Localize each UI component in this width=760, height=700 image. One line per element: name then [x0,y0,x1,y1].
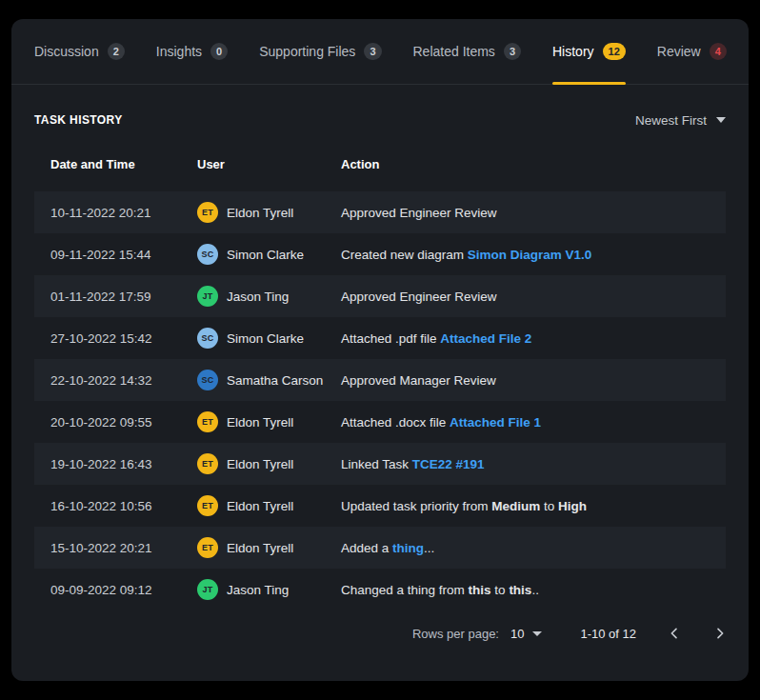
tab-discussion[interactable]: Discussion2 [34,19,125,84]
action-text: Updated task priority from [341,499,491,513]
action-text: this [509,583,531,597]
tab-supporting-files[interactable]: Supporting Files3 [259,19,381,84]
column-header-user: User [197,157,341,171]
avatar: SC [197,244,218,265]
sort-label: Newest First [635,113,707,128]
tab-count-badge: 12 [603,43,626,60]
avatar: SC [197,370,218,390]
datetime-cell: 01-11-2022 17:59 [50,290,197,304]
tab-count-badge: 3 [364,43,381,60]
user-name: Simon Clarke [227,248,304,262]
user-name: Jason Ting [227,290,289,304]
tab-count-badge: 2 [108,43,125,60]
pagination-bar: Rows per page: 10 1-10 of 12 [34,610,733,656]
action-text: this [469,583,491,597]
action-text: Linked Task [341,457,412,471]
action-link[interactable]: thing [392,541,424,555]
action-cell: Approved Manager Review [341,373,726,388]
action-cell: Added a thing... [341,541,726,555]
history-row: 20-10-2022 09:55ETEldon TyrellAttached .… [34,401,726,443]
action-text: Approved Manager Review [341,373,496,388]
avatar: ET [197,495,218,516]
tab-bar: Discussion2Insights0Supporting Files3Rel… [11,19,749,85]
action-cell: Changed a thing from this to this.. [341,583,726,597]
action-text: High [558,499,587,513]
history-row: 10-11-2022 20:21ETEldon TyrellApproved E… [34,191,726,233]
history-row: 01-11-2022 17:59JTJason TingApproved Eng… [34,275,726,317]
action-text: Added a [341,541,392,555]
avatar: ET [197,453,218,474]
action-cell: Attached .pdf file Attached File 2 [341,331,726,346]
user-cell: ETEldon Tyrell [197,453,341,474]
action-text: Attached .pdf file [341,331,440,346]
next-page-button[interactable] [707,620,733,647]
page-range-label: 1-10 of 12 [580,627,636,641]
action-text: Attached .docx file [341,415,450,430]
action-link[interactable]: Attached File 2 [440,331,531,346]
table-header-row: Date and Time User Action [34,136,726,191]
avatar: ET [197,537,218,558]
datetime-cell: 10-11-2022 20:21 [50,206,197,220]
tab-count-badge: 4 [710,43,727,60]
user-cell: ETEldon Tyrell [197,411,341,432]
action-cell: Updated task priority from Medium to Hig… [341,499,726,513]
column-header-action: Action [341,157,726,171]
history-row: 09-09-2022 09:12JTJason TingChanged a th… [34,569,726,610]
user-cell: JTJason Ting [197,579,341,600]
user-cell: JTJason Ting [197,286,341,307]
tab-label: Supporting Files [259,44,355,59]
chevron-down-icon [532,631,542,636]
panel-header: TASK HISTORY Newest First [34,104,726,136]
action-link[interactable]: Attached File 1 [450,415,541,430]
datetime-cell: 09-11-2022 15:44 [50,248,197,262]
chevron-right-icon [712,626,728,641]
column-header-date: Date and Time [50,157,197,171]
datetime-cell: 20-10-2022 09:55 [50,415,197,430]
tab-related-items[interactable]: Related Items3 [413,19,522,84]
datetime-cell: 27-10-2022 15:42 [50,331,197,346]
user-cell: ETEldon Tyrell [197,537,341,558]
history-row: 19-10-2022 16:43ETEldon TyrellLinked Tas… [34,443,726,485]
user-name: Eldon Tyrell [227,499,293,513]
user-name: Eldon Tyrell [227,415,293,430]
previous-page-button[interactable] [661,620,688,647]
user-name: Eldon Tyrell [227,541,293,555]
rows-per-page-select[interactable]: 10 [510,627,542,641]
datetime-cell: 19-10-2022 16:43 [50,457,197,471]
sort-dropdown[interactable]: Newest First [635,113,726,128]
datetime-cell: 22-10-2022 14:32 [50,373,197,388]
tab-history[interactable]: History12 [552,19,626,84]
chevron-left-icon [667,626,682,641]
action-text: Changed a thing from [341,583,469,597]
history-row: 22-10-2022 14:32SCSamatha CarsonApproved… [34,359,726,401]
history-row: 16-10-2022 10:56ETEldon TyrellUpdated ta… [34,485,726,527]
history-table: Date and Time User Action 10-11-2022 20:… [34,136,726,610]
avatar: JT [197,286,218,307]
tab-review[interactable]: Review4 [657,19,727,84]
action-cell: Created new diagram Simon Diagram V1.0 [341,248,726,262]
action-text: to [540,499,558,513]
page: { "colors": { "page_background": "#00000… [0,0,760,700]
history-table-body: 10-11-2022 20:21ETEldon TyrellApproved E… [34,191,726,610]
action-cell: Attached .docx file Attached File 1 [341,415,726,430]
tab-label: Insights [156,44,202,59]
user-cell: ETEldon Tyrell [197,495,341,516]
rows-per-page-value: 10 [510,627,524,641]
action-link[interactable]: TCE22 #191 [412,457,485,471]
user-name: Eldon Tyrell [227,457,293,471]
action-link[interactable]: Simon Diagram V1.0 [468,248,592,262]
user-cell: SCSimon Clarke [197,244,341,265]
user-name: Jason Ting [227,583,289,597]
avatar: ET [197,202,218,223]
action-cell: Linked Task TCE22 #191 [341,457,726,471]
chevron-down-icon [716,117,726,123]
datetime-cell: 09-09-2022 09:12 [50,583,197,597]
user-cell: SCSamatha Carson [197,370,341,390]
tab-insights[interactable]: Insights0 [156,19,228,84]
rows-per-page-label: Rows per page: [412,627,499,641]
history-row: 15-10-2022 20:21ETEldon TyrellAdded a th… [34,527,726,569]
history-row: 27-10-2022 15:42SCSimon ClarkeAttached .… [34,317,726,359]
action-cell: Approved Engineer Review [341,290,726,304]
action-text: .. [531,583,539,597]
task-panel: Discussion2Insights0Supporting Files3Rel… [11,19,749,681]
